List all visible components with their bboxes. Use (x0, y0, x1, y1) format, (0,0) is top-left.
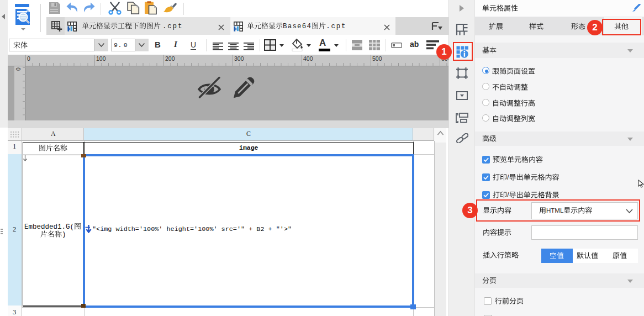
svg-text:Base64: Base64 (283, 23, 312, 30)
svg-text:): ) (62, 231, 66, 239)
svg-text:HTML: HTML (546, 207, 564, 214)
svg-text:/: / (507, 191, 509, 199)
svg-text:.cpt: .cpt (162, 23, 183, 30)
svg-text:.cpt: .cpt (326, 23, 346, 30)
svg-text:/: / (507, 173, 509, 181)
